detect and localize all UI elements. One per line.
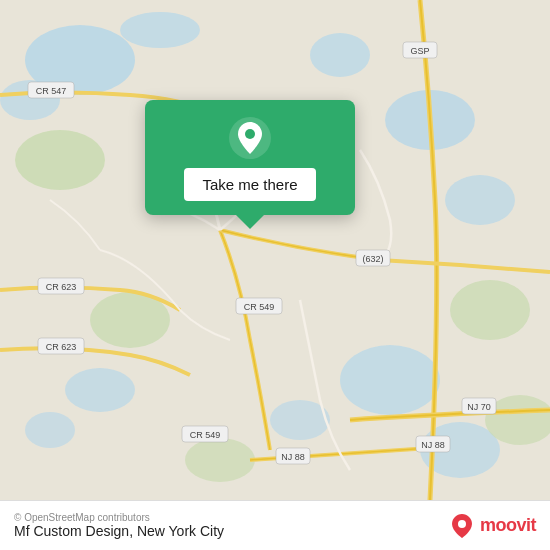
svg-text:NJ 88: NJ 88 [421, 440, 445, 450]
svg-text:GSP: GSP [410, 46, 429, 56]
svg-point-7 [340, 345, 440, 415]
svg-text:CR 623: CR 623 [46, 282, 77, 292]
svg-point-10 [25, 412, 75, 448]
svg-text:CR 549: CR 549 [190, 430, 221, 440]
moovit-logo: moovit [448, 512, 536, 540]
svg-point-16 [185, 438, 255, 482]
svg-text:(632): (632) [362, 254, 383, 264]
svg-point-14 [450, 280, 530, 340]
svg-text:NJ 88: NJ 88 [281, 452, 305, 462]
svg-point-9 [65, 368, 135, 412]
location-name: Mf Custom Design, New York City [14, 523, 224, 539]
svg-point-3 [120, 12, 200, 48]
attribution-text: © OpenStreetMap contributors [14, 512, 224, 523]
map-container: CR 547 GSP CR 549 CR 549 CR 623 CR 623 (… [0, 0, 550, 500]
bottom-bar: © OpenStreetMap contributors Mf Custom D… [0, 500, 550, 550]
bottom-info: © OpenStreetMap contributors Mf Custom D… [14, 512, 224, 539]
location-pin-icon [228, 116, 272, 160]
svg-point-12 [15, 130, 105, 190]
moovit-brand-text: moovit [480, 515, 536, 536]
take-me-there-button[interactable]: Take me there [184, 168, 315, 201]
moovit-logo-icon [448, 512, 476, 540]
svg-point-39 [458, 520, 466, 528]
map-background: CR 547 GSP CR 549 CR 549 CR 623 CR 623 (… [0, 0, 550, 500]
location-card: Take me there [145, 100, 355, 215]
svg-point-4 [310, 33, 370, 77]
svg-text:CR 623: CR 623 [46, 342, 77, 352]
svg-text:CR 549: CR 549 [244, 302, 275, 312]
svg-point-6 [445, 175, 515, 225]
svg-point-38 [245, 129, 255, 139]
svg-text:NJ 70: NJ 70 [467, 402, 491, 412]
svg-text:CR 547: CR 547 [36, 86, 67, 96]
